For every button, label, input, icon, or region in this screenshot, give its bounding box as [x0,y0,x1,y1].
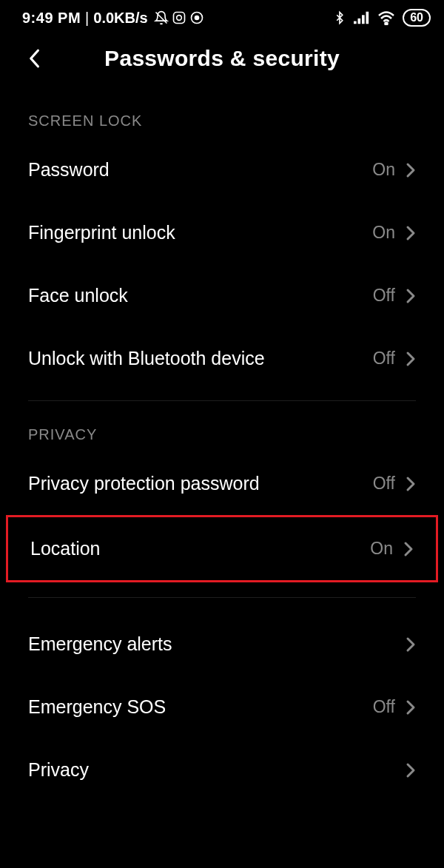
row-value: On [370,539,393,559]
row-privacy[interactable]: Privacy [28,739,416,801]
row-value: On [372,223,395,243]
status-divider: | [85,10,89,27]
svg-rect-8 [366,12,369,24]
status-right: 60 [333,9,431,27]
wifi-icon [377,10,395,25]
chevron-left-icon [26,47,42,70]
row-value: On [372,160,395,180]
svg-rect-7 [362,15,365,24]
row-privacy-protection-password[interactable]: Privacy protection password Off [28,452,416,515]
divider [28,597,416,598]
mute-icon [154,10,169,25]
chevron-right-icon [406,288,416,304]
chevron-right-icon [406,699,416,716]
row-tail [395,762,416,778]
settings-content: SCREEN LOCK Password On Fingerprint unlo… [0,87,444,801]
row-tail: Off [373,286,416,306]
row-label: Face unlock [28,285,128,306]
row-value: Off [373,349,395,369]
chevron-right-icon [406,162,416,178]
status-time: 9:49 PM [22,10,81,27]
svg-rect-6 [358,18,361,24]
row-password[interactable]: Password On [28,138,416,201]
row-label: Emergency alerts [28,633,172,655]
svg-point-9 [386,23,388,25]
row-label: Emergency SOS [28,696,166,718]
chevron-right-icon [406,476,416,492]
row-label: Privacy protection password [28,473,260,494]
row-value: Off [373,286,395,306]
camera-icon [172,10,186,25]
highlighted-location-row: Location On [6,515,438,582]
battery-icon: 60 [403,9,431,27]
svg-point-2 [176,16,181,21]
row-bluetooth-unlock[interactable]: Unlock with Bluetooth device Off [28,327,416,390]
status-speed: 0.0KB/s [93,10,147,27]
row-fingerprint-unlock[interactable]: Fingerprint unlock On [28,201,416,264]
app-header: Passwords & security [0,33,444,87]
back-button[interactable] [26,47,42,70]
bluetooth-icon [333,10,346,26]
row-value: Off [373,474,395,494]
section-header-screen-lock: SCREEN LOCK [28,87,416,138]
row-label: Password [28,159,110,181]
app-icon [189,10,204,25]
section-header-privacy: PRIVACY [28,401,416,452]
row-tail: Off [373,474,416,494]
row-label: Location [30,538,101,559]
row-label: Fingerprint unlock [28,222,175,243]
row-emergency-sos[interactable]: Emergency SOS Off [28,676,416,739]
row-tail: Off [373,349,416,369]
svg-point-4 [195,16,198,20]
row-emergency-alerts[interactable]: Emergency alerts [28,613,416,676]
row-label: Privacy [28,759,89,781]
svg-rect-5 [354,21,357,24]
row-tail: On [372,160,416,180]
row-tail: On [370,539,414,559]
row-tail [395,636,416,653]
chevron-right-icon [406,636,416,653]
row-face-unlock[interactable]: Face unlock Off [28,264,416,327]
row-value: Off [373,697,395,717]
chevron-right-icon [406,351,416,367]
signal-icon [354,11,370,24]
row-location[interactable]: Location On [30,517,414,580]
row-tail: On [372,223,416,243]
chevron-right-icon [406,762,416,778]
page-title: Passwords & security [15,46,429,71]
row-label: Unlock with Bluetooth device [28,348,265,369]
svg-rect-1 [173,13,184,24]
status-bar: 9:49 PM | 0.0KB/s 60 [0,0,444,33]
row-tail: Off [373,697,416,717]
status-left: 9:49 PM | 0.0KB/s [22,10,204,27]
chevron-right-icon [403,541,414,557]
chevron-right-icon [406,225,416,241]
